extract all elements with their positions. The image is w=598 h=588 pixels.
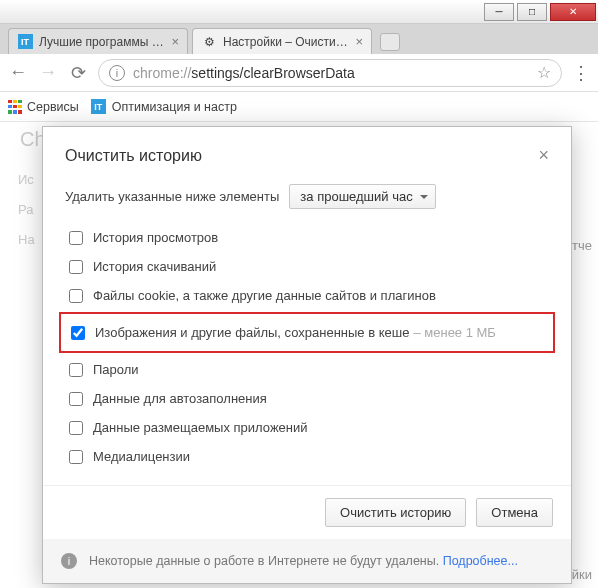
apps-shortcut[interactable]: Сервисы: [8, 100, 79, 114]
checkbox-cookies[interactable]: [69, 289, 83, 303]
tab-close-icon[interactable]: ×: [355, 34, 363, 49]
check-row-cookies[interactable]: Файлы cookie, а также другие данные сайт…: [65, 281, 549, 310]
tab-best-programs[interactable]: IT Лучшие программы для ×: [8, 28, 188, 54]
url-path: settings/clearBrowserData: [191, 65, 354, 81]
it-favicon-icon: IT: [17, 34, 33, 50]
check-row-hosted-apps[interactable]: Данные размещаемых приложений: [65, 413, 549, 442]
bookmark-star-icon[interactable]: ☆: [537, 63, 551, 82]
check-label: История скачиваний: [93, 259, 216, 274]
window-titlebar: ─ □ ✕: [0, 0, 598, 24]
time-range-row: Удалить указанные ниже элементы за проше…: [65, 184, 549, 209]
cancel-button[interactable]: Отмена: [476, 498, 553, 527]
highlighted-cache-row: Изображения и другие файлы, сохраненные …: [59, 312, 555, 353]
check-row-history[interactable]: История просмотров: [65, 223, 549, 252]
check-row-passwords[interactable]: Пароли: [65, 355, 549, 384]
intro-text: Удалить указанные ниже элементы: [65, 189, 279, 204]
dialog-header: Очистить историю ×: [43, 127, 571, 178]
info-icon: i: [61, 553, 77, 569]
tab-label: Лучшие программы для: [39, 35, 165, 49]
dialog-close-button[interactable]: ×: [538, 145, 549, 166]
bg-text-cut: Ра: [18, 202, 33, 217]
url-protocol: chrome://: [133, 65, 191, 81]
browser-menu-button[interactable]: ⋮: [572, 62, 590, 84]
check-label: Медиалицензии: [93, 449, 190, 464]
tab-close-icon[interactable]: ×: [171, 34, 179, 49]
cache-size-suffix: – менее 1 МБ: [413, 325, 495, 340]
reload-button[interactable]: ⟳: [68, 62, 88, 84]
window-minimize-button[interactable]: ─: [484, 3, 514, 21]
page-content: Ch Ис Ра На и отче тройки Очистить истор…: [0, 122, 598, 588]
checkbox-cached-images[interactable]: [71, 326, 85, 340]
bg-text-cut: На: [18, 232, 35, 247]
it-favicon-icon: IT: [91, 99, 106, 114]
checkbox-browsing-history[interactable]: [69, 231, 83, 245]
tab-label: Настройки – Очистить и: [223, 35, 349, 49]
bookmarks-bar: Сервисы IT Оптимизация и настр: [0, 92, 598, 122]
tab-strip: IT Лучшие программы для × ⚙ Настройки – …: [0, 24, 598, 54]
window-maximize-button[interactable]: □: [517, 3, 547, 21]
bookmark-label: Оптимизация и настр: [112, 100, 237, 114]
dialog-footnote: i Некоторые данные о работе в Интернете …: [43, 539, 571, 583]
bookmark-item-optimization[interactable]: IT Оптимизация и настр: [91, 99, 237, 114]
forward-button[interactable]: →: [38, 62, 58, 83]
tab-settings-clear[interactable]: ⚙ Настройки – Очистить и ×: [192, 28, 372, 54]
checkbox-media-licenses[interactable]: [69, 450, 83, 464]
clear-browsing-data-dialog: Очистить историю × Удалить указанные ниж…: [42, 126, 572, 584]
apps-label: Сервисы: [27, 100, 79, 114]
checkbox-passwords[interactable]: [69, 363, 83, 377]
gear-icon: ⚙: [201, 34, 217, 50]
checkbox-hosted-apps[interactable]: [69, 421, 83, 435]
check-row-media-licenses[interactable]: Медиалицензии: [65, 442, 549, 471]
check-row-autofill[interactable]: Данные для автозаполнения: [65, 384, 549, 413]
dialog-footer: Очистить историю Отмена: [43, 485, 571, 539]
bg-text-cut: Ис: [18, 172, 34, 187]
learn-more-link[interactable]: Подробнее...: [443, 554, 518, 568]
checkbox-autofill[interactable]: [69, 392, 83, 406]
new-tab-button[interactable]: [380, 33, 400, 51]
check-label: Пароли: [93, 362, 139, 377]
check-row-cache[interactable]: Изображения и другие файлы, сохраненные …: [67, 318, 547, 347]
back-button[interactable]: ←: [8, 62, 28, 83]
dialog-title: Очистить историю: [65, 147, 202, 165]
window-close-button[interactable]: ✕: [550, 3, 596, 21]
address-bar[interactable]: i chrome://settings/clearBrowserData ☆: [98, 59, 562, 87]
time-range-dropdown[interactable]: за прошедший час: [289, 184, 435, 209]
clear-data-button[interactable]: Очистить историю: [325, 498, 466, 527]
checkbox-download-history[interactable]: [69, 260, 83, 274]
dialog-body: Удалить указанные ниже элементы за проше…: [43, 178, 571, 485]
apps-grid-icon: [8, 100, 22, 114]
check-label: Файлы cookie, а также другие данные сайт…: [93, 288, 436, 303]
check-label: История просмотров: [93, 230, 218, 245]
check-label: Изображения и другие файлы, сохраненные …: [95, 325, 409, 340]
check-row-downloads[interactable]: История скачиваний: [65, 252, 549, 281]
site-info-icon[interactable]: i: [109, 65, 125, 81]
check-label: Данные для автозаполнения: [93, 391, 267, 406]
browser-toolbar: ← → ⟳ i chrome://settings/clearBrowserDa…: [0, 54, 598, 92]
footnote-text: Некоторые данные о работе в Интернете не…: [89, 554, 518, 568]
check-label: Данные размещаемых приложений: [93, 420, 308, 435]
